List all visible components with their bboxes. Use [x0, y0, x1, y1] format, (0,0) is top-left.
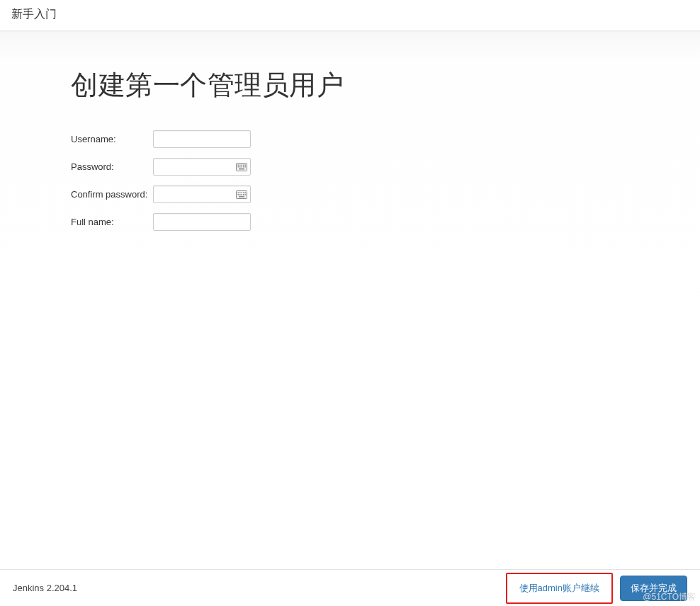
page-title: 创建第一个管理员用户: [71, 67, 700, 103]
username-input[interactable]: [153, 130, 251, 148]
confirm-password-input[interactable]: [153, 185, 251, 203]
footer-buttons: 使用admin账户继续 保存并完成: [506, 573, 687, 604]
confirm-password-label: Confirm password:: [71, 189, 153, 200]
continue-as-admin-button[interactable]: 使用admin账户继续: [509, 576, 610, 601]
content-area: 创建第一个管理员用户 Username: Password:: [0, 31, 700, 571]
wizard-header: 新手入门: [0, 0, 700, 31]
version-label: Jenkins 2.204.1: [13, 583, 77, 593]
fullname-label: Full name:: [71, 217, 153, 227]
form-row-username: Username:: [71, 130, 700, 148]
form-row-password: Password:: [71, 158, 700, 176]
password-input[interactable]: [153, 158, 251, 176]
highlight-annotation: 使用admin账户继续: [506, 573, 613, 604]
password-label: Password:: [71, 161, 153, 172]
fullname-input[interactable]: [153, 213, 251, 231]
form-row-confirm-password: Confirm password:: [71, 185, 700, 203]
wizard-header-title: 新手入门: [11, 8, 57, 20]
form-row-fullname: Full name:: [71, 213, 700, 231]
wizard-footer: Jenkins 2.204.1 使用admin账户继续 保存并完成: [0, 569, 700, 606]
username-label: Username:: [71, 134, 153, 144]
save-and-finish-button[interactable]: 保存并完成: [620, 576, 687, 601]
